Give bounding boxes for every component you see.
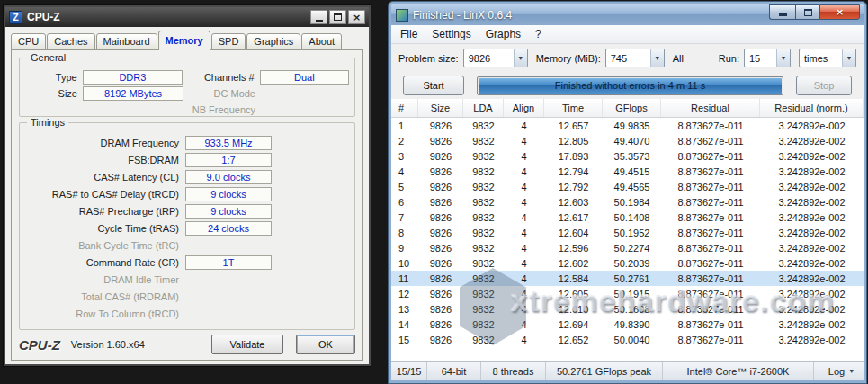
linx-window: Finished - LinX 0.6.4 × FileSettingsGrap… <box>389 2 866 383</box>
table-row[interactable]: 1198269832412.58450.27618.873627e-0113.2… <box>391 271 864 286</box>
table-cell: 8.873627e-011 <box>661 225 760 240</box>
problem-size-select[interactable]: 9826 ▼ <box>463 49 528 67</box>
cpuz-tab-bar: CPUCachesMainboardMemorySPDGraphicsAbout <box>11 31 363 49</box>
timing-label: DRAM Frequency <box>25 138 185 148</box>
memory-select[interactable]: 745 ▼ <box>605 49 665 67</box>
run-count-select[interactable]: 15 ▼ <box>744 49 791 67</box>
stop-button[interactable]: Stop <box>796 76 852 95</box>
chevron-down-icon: ▼ <box>514 49 527 67</box>
tab-spd[interactable]: SPD <box>211 33 246 49</box>
cpuz-logo: CPU-Z <box>19 337 60 353</box>
tab-cpu[interactable]: CPU <box>11 33 46 49</box>
run-unit-select[interactable]: times ▼ <box>799 49 856 67</box>
table-cell: 9832 <box>463 332 504 347</box>
column-header[interactable]: # <box>391 99 418 117</box>
timing-label: Bank Cycle Time (tRC) <box>25 240 185 251</box>
table-cell: 12.603 <box>544 194 603 210</box>
menu-file[interactable]: File <box>393 26 425 42</box>
menu-settings[interactable]: Settings <box>425 26 478 42</box>
minimize-icon <box>316 20 323 22</box>
table-cell: 4 <box>504 133 544 148</box>
table-cell: 12 <box>391 286 418 301</box>
tab-mainboard[interactable]: Mainboard <box>96 33 157 49</box>
table-cell: 4 <box>504 194 544 210</box>
column-header[interactable]: Size <box>418 99 463 117</box>
timing-row: Row To Column (tRCD) <box>25 305 349 322</box>
cpuz-titlebar[interactable]: Z CPU-Z × <box>5 7 369 27</box>
menu-help[interactable]: ? <box>528 26 549 42</box>
table-row[interactable]: 798269832412.61750.14088.873627e-0113.24… <box>391 210 864 225</box>
linx-titlebar[interactable]: Finished - LinX 0.6.4 × <box>391 4 864 25</box>
table-cell: 50.0040 <box>603 332 661 347</box>
table-cell: 3 <box>391 148 418 164</box>
column-header[interactable]: LDA <box>463 99 504 117</box>
table-row[interactable]: 498269832412.79449.45158.873627e-0113.24… <box>391 164 864 179</box>
table-cell: 49.8390 <box>603 317 661 332</box>
timing-value: 9 clocks <box>185 187 272 201</box>
table-cell: 9832 <box>463 317 504 332</box>
timing-value: 24 clocks <box>185 221 272 236</box>
table-row[interactable]: 1298269832412.60550.19158.873627e-0113.2… <box>391 286 864 301</box>
cpuz-minimize-button[interactable] <box>310 10 327 24</box>
status-pane: Intel® Core™ i7-2600K <box>663 362 814 380</box>
tab-memory[interactable]: Memory <box>158 31 210 50</box>
cpuz-maximize-button[interactable] <box>329 10 346 24</box>
table-row[interactable]: 1498269832412.69449.83908.873627e-0113.2… <box>391 317 864 332</box>
menu-graphs[interactable]: Graphs <box>479 26 528 42</box>
general-groupbox: General Type DDR3 Channels # Dual Size 8… <box>19 58 355 117</box>
column-header[interactable]: Align <box>504 99 544 117</box>
start-button[interactable]: Start <box>403 76 464 95</box>
tab-graphics[interactable]: Graphics <box>246 33 300 49</box>
column-header[interactable]: Residual (norm.) <box>760 99 864 117</box>
linx-maximize-button[interactable] <box>795 4 819 20</box>
table-cell: 12.794 <box>544 164 603 179</box>
ok-button[interactable]: OK <box>296 335 355 354</box>
table-cell: 3.242892e-002 <box>760 240 864 255</box>
linx-close-button[interactable]: × <box>819 4 860 20</box>
table-cell: 12.604 <box>544 225 603 240</box>
table-row[interactable]: 398269832417.89335.35738.873627e-0113.24… <box>391 148 864 164</box>
table-row[interactable]: 298269832412.80549.40708.873627e-0113.24… <box>391 133 864 148</box>
chevron-down-icon: ▼ <box>650 49 664 67</box>
memory-size-label: Size <box>25 88 83 99</box>
table-row[interactable]: 1098269832412.60250.20398.873627e-0113.2… <box>391 255 864 271</box>
tab-about[interactable]: About <box>301 33 342 49</box>
linx-app-icon <box>396 9 408 22</box>
table-row[interactable]: 698269832412.60350.19848.873627e-0113.24… <box>391 194 864 210</box>
table-cell: 3.242892e-002 <box>760 317 864 332</box>
linx-minimize-button[interactable] <box>769 4 795 20</box>
table-row[interactable]: 598269832412.79249.45658.873627e-0113.24… <box>391 179 864 194</box>
table-cell: 9826 <box>418 255 463 271</box>
table-cell: 11 <box>391 271 418 286</box>
table-cell: 3.242892e-002 <box>760 194 864 210</box>
column-header[interactable]: Residual <box>661 99 760 117</box>
version-label: Version 1.60.x64 <box>71 339 211 350</box>
table-row[interactable]: 898269832412.60450.19528.873627e-0113.24… <box>391 225 864 240</box>
tab-caches[interactable]: Caches <box>47 33 94 49</box>
run-label: Run: <box>719 53 739 64</box>
table-cell: 9832 <box>463 225 504 240</box>
table-row[interactable]: 198269832412.65749.98358.873627e-0113.24… <box>391 118 864 133</box>
table-cell: 8 <box>391 225 418 240</box>
all-label: All <box>673 53 684 64</box>
table-cell: 12.694 <box>544 317 603 332</box>
timing-value: 9 clocks <box>185 204 272 219</box>
run-unit-value: times <box>800 53 842 64</box>
validate-button[interactable]: Validate <box>211 335 283 354</box>
results-table-header: #SizeLDAAlignTimeGFlopsResidualResidual … <box>391 99 864 118</box>
table-cell: 7 <box>391 210 418 225</box>
table-row[interactable]: 1598269832412.65250.00408.873627e-0113.2… <box>391 332 864 347</box>
log-dropdown[interactable]: Log▼ <box>819 362 864 380</box>
table-cell: 9832 <box>463 240 504 255</box>
table-cell: 17.893 <box>544 148 603 164</box>
timing-row: RAS# Precharge (tRP)9 clocks <box>25 202 349 219</box>
table-row[interactable]: 998269832412.59650.22748.873627e-0113.24… <box>391 240 864 255</box>
column-header[interactable]: GFlops <box>603 99 661 117</box>
table-cell: 8.873627e-011 <box>661 286 760 301</box>
memory-tab-page: General Type DDR3 Channels # Dual Size 8… <box>11 49 363 361</box>
column-header[interactable]: Time <box>544 99 603 117</box>
cpuz-close-button[interactable]: × <box>348 10 365 24</box>
table-cell: 8.873627e-011 <box>661 194 760 210</box>
table-cell: 50.1698 <box>603 301 661 317</box>
table-row[interactable]: 1398269832412.61050.16988.873627e-0113.2… <box>391 301 864 317</box>
